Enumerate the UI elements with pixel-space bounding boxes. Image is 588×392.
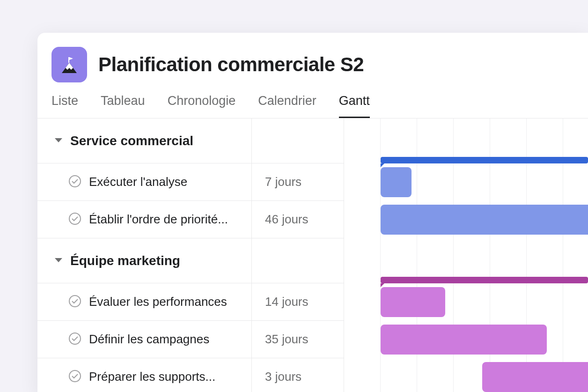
duration-column: 7 jours 46 jours 14 jours 35 jours 3 jou… <box>252 118 344 392</box>
timeline-task-row <box>344 201 588 238</box>
tab-chronologie[interactable]: Chronologie <box>168 94 236 118</box>
timeline-task-row <box>344 163 588 201</box>
section-header[interactable]: Équipe marketing <box>37 238 251 283</box>
task-row[interactable]: Exécuter l'analyse <box>37 163 251 201</box>
check-circle-icon[interactable] <box>68 370 81 385</box>
tab-tableau[interactable]: Tableau <box>101 94 145 118</box>
timeline-task-row <box>344 358 588 392</box>
task-row[interactable]: Évaluer les performances <box>37 283 251 321</box>
check-circle-icon[interactable] <box>68 295 81 310</box>
chevron-down-icon <box>54 137 63 145</box>
svg-rect-0 <box>68 57 69 63</box>
task-gantt-bar[interactable] <box>381 287 445 317</box>
tab-liste[interactable]: Liste <box>51 94 78 118</box>
task-row[interactable]: Préparer les supports... <box>37 358 251 392</box>
duration-cell[interactable]: 7 jours <box>252 163 344 201</box>
gantt-view: Service commercial Exécuter l'analyse <box>37 118 588 392</box>
project-icon[interactable] <box>51 47 87 82</box>
section-name: Équipe marketing <box>70 253 180 268</box>
duration-cell[interactable]: 35 jours <box>252 321 344 358</box>
project-header: Planification commerciale S2 <box>37 33 588 82</box>
project-title: Planification commerciale S2 <box>98 53 364 76</box>
check-circle-icon[interactable] <box>68 332 81 347</box>
task-name: Définir les campagnes <box>89 332 209 347</box>
svg-point-4 <box>69 333 81 344</box>
svg-point-3 <box>69 296 81 307</box>
task-gantt-bar[interactable] <box>381 205 588 235</box>
check-circle-icon[interactable] <box>68 212 81 227</box>
svg-point-1 <box>69 176 81 187</box>
task-name: Établir l'ordre de priorité... <box>89 212 228 227</box>
duration-cell[interactable]: 46 jours <box>252 201 344 238</box>
mountain-flag-icon <box>59 54 80 75</box>
timeline-section-row <box>344 238 588 283</box>
task-list-panel: Service commercial Exécuter l'analyse <box>37 118 344 392</box>
app-window: Planification commerciale S2 Liste Table… <box>37 33 588 392</box>
task-row[interactable]: Établir l'ordre de priorité... <box>37 201 251 238</box>
section-header[interactable]: Service commercial <box>37 118 251 163</box>
task-name: Préparer les supports... <box>89 370 215 384</box>
task-row[interactable]: Définir les campagnes <box>37 321 251 358</box>
duration-header <box>252 238 344 283</box>
section-gantt-bar[interactable] <box>381 157 588 163</box>
duration-cell[interactable]: 14 jours <box>252 283 344 321</box>
svg-point-2 <box>69 213 81 224</box>
task-gantt-bar[interactable] <box>381 167 412 197</box>
timeline-section-row <box>344 118 588 163</box>
section-name: Service commercial <box>70 133 193 148</box>
tab-calendrier[interactable]: Calendrier <box>258 94 316 118</box>
section-gantt-bar[interactable] <box>381 277 588 283</box>
duration-header <box>252 118 344 163</box>
task-name: Évaluer les performances <box>89 295 227 309</box>
check-circle-icon[interactable] <box>68 175 81 190</box>
task-name-column: Service commercial Exécuter l'analyse <box>37 118 252 392</box>
task-name: Exécuter l'analyse <box>89 175 187 189</box>
timeline-task-row <box>344 321 588 358</box>
timeline-task-row <box>344 283 588 321</box>
task-gantt-bar[interactable] <box>381 325 547 355</box>
duration-cell[interactable]: 3 jours <box>252 358 344 392</box>
gantt-timeline[interactable] <box>344 118 588 392</box>
chevron-down-icon <box>54 257 63 265</box>
svg-point-5 <box>69 370 81 382</box>
task-gantt-bar[interactable] <box>482 362 588 392</box>
view-tabs: Liste Tableau Chronologie Calendrier Gan… <box>37 82 588 118</box>
tab-gantt[interactable]: Gantt <box>339 94 370 118</box>
